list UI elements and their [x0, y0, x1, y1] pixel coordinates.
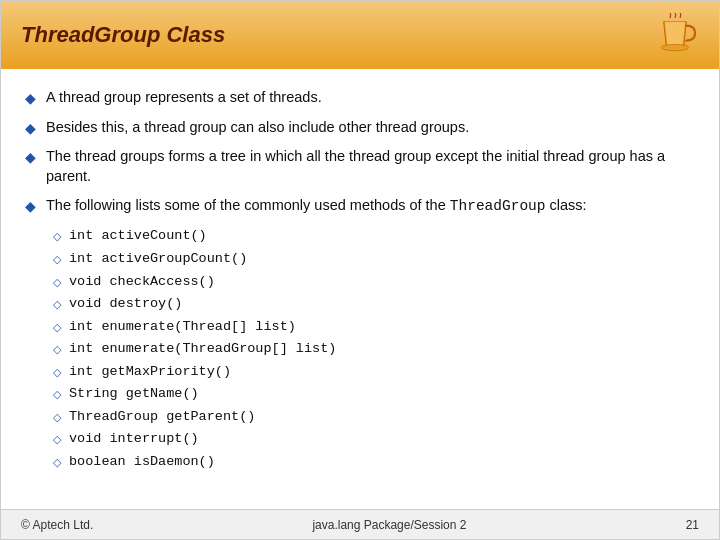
- threadgroup-code: ThreadGroup: [450, 198, 546, 214]
- slide-content: ◆ A thread group represents a set of thr…: [1, 69, 719, 509]
- bullet-4: ◆ The following lists some of the common…: [25, 195, 695, 217]
- footer-page-number: 21: [686, 518, 699, 532]
- bullet-2: ◆ Besides this, a thread group can also …: [25, 117, 695, 139]
- method-item-0: ◇ int activeCount(): [53, 226, 695, 246]
- slide-footer: © Aptech Ltd. java.lang Package/Session …: [1, 509, 719, 539]
- java-logo-icon: [651, 11, 699, 59]
- method-7-text: String getName(): [69, 384, 199, 404]
- sub-diamond-icon-3: ◇: [53, 297, 61, 313]
- method-6-text: int getMaxPriority(): [69, 362, 231, 382]
- method-item-5: ◇ int enumerate(ThreadGroup[] list): [53, 339, 695, 359]
- diamond-icon-1: ◆: [25, 89, 36, 109]
- method-10-text: boolean isDaemon(): [69, 452, 215, 472]
- method-0-text: int activeCount(): [69, 226, 207, 246]
- method-item-6: ◇ int getMaxPriority(): [53, 362, 695, 382]
- method-item-2: ◇ void checkAccess(): [53, 272, 695, 292]
- bullet-2-text: Besides this, a thread group can also in…: [46, 117, 695, 137]
- method-5-text: int enumerate(ThreadGroup[] list): [69, 339, 336, 359]
- footer-copyright: © Aptech Ltd.: [21, 518, 93, 532]
- bullet-4-suffix: class:: [546, 197, 587, 213]
- diamond-icon-4: ◆: [25, 197, 36, 217]
- bullet-1-text: A thread group represents a set of threa…: [46, 87, 695, 107]
- sub-diamond-icon-1: ◇: [53, 252, 61, 268]
- slide-header: ThreadGroup Class: [1, 1, 719, 69]
- bullet-3-text: The thread groups forms a tree in which …: [46, 146, 695, 187]
- sub-diamond-icon-9: ◇: [53, 432, 61, 448]
- bullet-3: ◆ The thread groups forms a tree in whic…: [25, 146, 695, 187]
- sub-diamond-icon-6: ◇: [53, 365, 61, 381]
- method-item-8: ◇ ThreadGroup getParent(): [53, 407, 695, 427]
- method-item-4: ◇ int enumerate(Thread[] list): [53, 317, 695, 337]
- method-item-3: ◇ void destroy(): [53, 294, 695, 314]
- method-1-text: int activeGroupCount(): [69, 249, 247, 269]
- method-2-text: void checkAccess(): [69, 272, 215, 292]
- bullet-1: ◆ A thread group represents a set of thr…: [25, 87, 695, 109]
- diamond-icon-3: ◆: [25, 148, 36, 168]
- slide: ThreadGroup Class ◆ A thre: [0, 0, 720, 540]
- sub-diamond-icon-2: ◇: [53, 275, 61, 291]
- method-item-9: ◇ void interrupt(): [53, 429, 695, 449]
- method-8-text: ThreadGroup getParent(): [69, 407, 255, 427]
- method-4-text: int enumerate(Thread[] list): [69, 317, 296, 337]
- footer-session: java.lang Package/Session 2: [312, 518, 466, 532]
- sub-diamond-icon-10: ◇: [53, 455, 61, 471]
- bullet-4-text: The following lists some of the commonly…: [46, 195, 695, 216]
- slide-title: ThreadGroup Class: [21, 22, 225, 48]
- svg-point-0: [661, 44, 689, 50]
- sub-diamond-icon-8: ◇: [53, 410, 61, 426]
- method-item-7: ◇ String getName(): [53, 384, 695, 404]
- sub-diamond-icon-4: ◇: [53, 320, 61, 336]
- main-bullet-list: ◆ A thread group represents a set of thr…: [25, 87, 695, 216]
- sub-diamond-icon-5: ◇: [53, 342, 61, 358]
- diamond-icon-2: ◆: [25, 119, 36, 139]
- method-9-text: void interrupt(): [69, 429, 199, 449]
- sub-diamond-icon-7: ◇: [53, 387, 61, 403]
- bullet-4-prefix: The following lists some of the commonly…: [46, 197, 450, 213]
- method-item-10: ◇ boolean isDaemon(): [53, 452, 695, 472]
- method-item-1: ◇ int activeGroupCount(): [53, 249, 695, 269]
- sub-diamond-icon-0: ◇: [53, 229, 61, 245]
- method-3-text: void destroy(): [69, 294, 182, 314]
- method-list: ◇ int activeCount() ◇ int activeGroupCou…: [53, 226, 695, 471]
